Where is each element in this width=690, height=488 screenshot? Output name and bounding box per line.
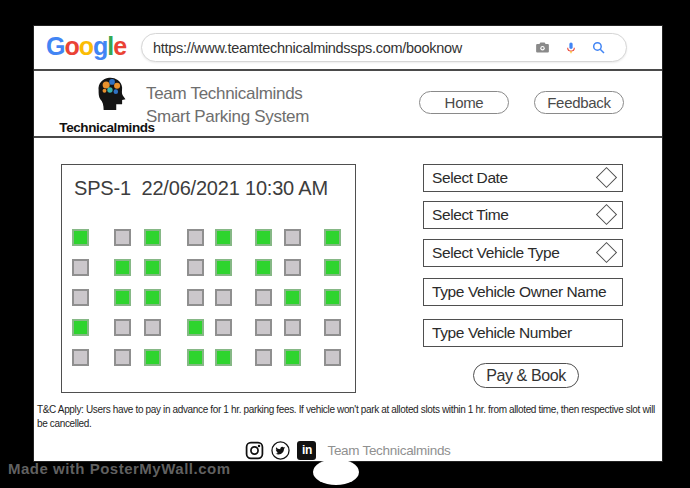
field-label: Select Vehicle Type	[432, 240, 559, 266]
parking-slot-available[interactable]	[255, 229, 272, 246]
select-vehicle-type-field[interactable]: Select Vehicle Type	[423, 239, 623, 267]
parking-slot-occupied[interactable]	[187, 289, 204, 306]
site-title: Team Technicalminds Smart Parking System	[146, 82, 309, 128]
linkedin-icon[interactable]: in	[297, 441, 316, 460]
google-logo-letter: o	[79, 32, 93, 60]
parking-slot-occupied[interactable]	[114, 229, 131, 246]
browser-bar: Google	[34, 26, 662, 71]
select-time-field[interactable]: Select Time	[423, 201, 623, 229]
mock-browser-page: Google	[33, 25, 663, 462]
vehicle-owner-name-field[interactable]: Type Vehicle Owner Name	[423, 278, 623, 306]
parking-slot-available[interactable]	[324, 289, 341, 306]
google-logo-letter: e	[113, 32, 126, 60]
parking-slot-panel: SPS-1 22/06/2021 10:30 AM	[61, 164, 356, 393]
parking-slot-available[interactable]	[144, 349, 161, 366]
parking-slot-available[interactable]	[114, 259, 131, 276]
parking-slot-occupied[interactable]	[215, 319, 232, 336]
address-bar[interactable]	[141, 33, 627, 62]
field-label: Type Vehicle Owner Name	[432, 279, 606, 305]
parking-slot-available[interactable]	[324, 229, 341, 246]
parking-slot-occupied[interactable]	[72, 259, 89, 276]
parking-slot-available[interactable]	[114, 289, 131, 306]
instagram-icon[interactable]	[245, 441, 264, 460]
postermywall-watermark: Made with PosterMyWall.com	[8, 460, 230, 477]
parking-slot-occupied[interactable]	[144, 319, 161, 336]
field-label: Select Date	[432, 165, 508, 191]
parking-slot-occupied[interactable]	[114, 349, 131, 366]
parking-slot-available[interactable]	[144, 229, 161, 246]
twitter-icon[interactable]	[271, 441, 290, 460]
pay-and-book-button[interactable]: Pay & Book	[473, 363, 579, 388]
parking-slot-available[interactable]	[72, 319, 89, 336]
camera-icon[interactable]	[534, 39, 551, 56]
parking-slot-available[interactable]	[215, 349, 232, 366]
booking-form: Select DateSelect TimeSelect Vehicle Typ…	[423, 164, 627, 394]
terms-and-conditions-text: T&C Apply: Users have to pay in advance …	[37, 403, 662, 431]
search-icon[interactable]	[591, 40, 606, 55]
google-logo: Google	[46, 32, 126, 61]
parking-slot-occupied[interactable]	[187, 259, 204, 276]
parking-slot-available[interactable]	[144, 259, 161, 276]
dropdown-diamond-icon[interactable]	[596, 167, 617, 188]
parking-slot-available[interactable]	[144, 289, 161, 306]
parking-slot-occupied[interactable]	[215, 289, 232, 306]
google-logo-letter: g	[93, 32, 107, 60]
site-header: Technicalminds Team Technicalminds Smart…	[34, 71, 662, 138]
parking-slot-occupied[interactable]	[324, 349, 341, 366]
parking-slot-available[interactable]	[187, 319, 204, 336]
parking-slot-available[interactable]	[215, 229, 232, 246]
parking-slot-occupied[interactable]	[284, 229, 301, 246]
feedback-button[interactable]: Feedback	[534, 91, 624, 114]
parking-slot-occupied[interactable]	[324, 319, 341, 336]
google-logo-letter: o	[64, 32, 78, 60]
url-input[interactable]	[142, 40, 534, 56]
parking-slot-available[interactable]	[255, 259, 272, 276]
parking-slot-occupied[interactable]	[114, 319, 131, 336]
brain-head-logo-icon	[85, 74, 129, 116]
vehicle-number-field[interactable]: Type Vehicle Number	[423, 319, 623, 347]
parking-slot-occupied[interactable]	[255, 319, 272, 336]
parking-slot-available[interactable]	[284, 349, 301, 366]
parking-slot-occupied[interactable]	[187, 229, 204, 246]
site-title-line1: Team Technicalminds	[146, 82, 309, 105]
dropdown-diamond-icon[interactable]	[596, 204, 617, 225]
parking-slot-available[interactable]	[215, 259, 232, 276]
footer-brand-text: Team Technicalminds	[327, 443, 450, 458]
field-label: Select Time	[432, 202, 509, 228]
parking-slot-available[interactable]	[187, 349, 204, 366]
parking-slot-occupied[interactable]	[72, 349, 89, 366]
parking-slot-available[interactable]	[284, 289, 301, 306]
home-button[interactable]: Home	[419, 91, 509, 114]
parking-slot-occupied[interactable]	[72, 289, 89, 306]
google-logo-letter: G	[46, 32, 64, 60]
parking-slot-occupied[interactable]	[284, 259, 301, 276]
select-date-field[interactable]: Select Date	[423, 164, 623, 192]
site-title-line2: Smart Parking System	[146, 105, 309, 128]
dropdown-diamond-icon[interactable]	[596, 242, 617, 263]
poster-canvas: Google	[0, 0, 690, 488]
parking-slot-available[interactable]	[324, 259, 341, 276]
mic-icon[interactable]	[564, 40, 578, 56]
ellipse-decoration	[313, 459, 359, 485]
parking-slot-available[interactable]	[72, 229, 89, 246]
slot-grid	[62, 165, 355, 392]
field-label: Type Vehicle Number	[432, 320, 572, 346]
parking-slot-occupied[interactable]	[255, 349, 272, 366]
parking-slot-occupied[interactable]	[284, 319, 301, 336]
parking-slot-occupied[interactable]	[255, 289, 272, 306]
